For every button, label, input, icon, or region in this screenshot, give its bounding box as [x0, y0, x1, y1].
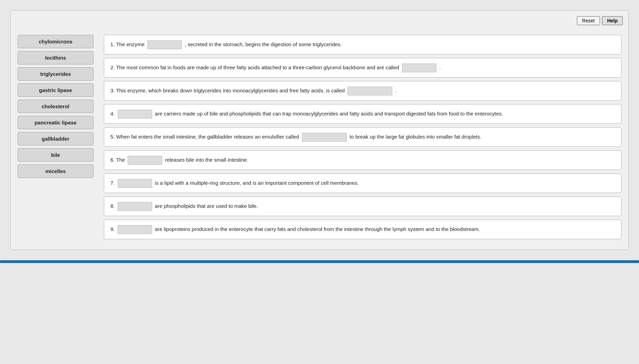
q1-label: 1. The enzyme: [110, 41, 146, 47]
q7-blank[interactable]: [118, 179, 152, 188]
bottom-bar: [0, 260, 639, 263]
word-tile-chylomicrons[interactable]: chylomicrons: [18, 35, 94, 48]
word-tile-gastric-lipase[interactable]: gastric lipase: [18, 83, 94, 97]
q4-blank[interactable]: [118, 110, 152, 119]
q2-blank[interactable]: [402, 63, 436, 72]
q1-text: , secreted in the stomach, begins the di…: [185, 41, 342, 47]
question-4: 4. are carriers made up of bile and phos…: [104, 104, 621, 124]
help-button[interactable]: Help: [602, 16, 623, 25]
q4-text: are carriers made up of bile and phospho…: [155, 111, 503, 117]
question-2: 2. The most common fat in foods are made…: [104, 58, 621, 78]
question-5: 5. When fat enters the small intestine, …: [104, 127, 621, 147]
q4-label: 4.: [110, 111, 116, 117]
q1-blank[interactable]: [147, 40, 182, 49]
q9-label: 9.: [110, 226, 116, 232]
q6-blank[interactable]: [128, 156, 162, 165]
q5-text-after: to break up the large fat globules into …: [350, 134, 481, 140]
word-tile-bile[interactable]: bile: [18, 148, 94, 162]
q9-text: are lipoproteins produced in the enteroc…: [155, 226, 480, 232]
reset-button[interactable]: Reset: [577, 16, 600, 25]
q3-text-before: 3. This enzyme, which breaks down trigly…: [110, 88, 346, 93]
q5-text-before: 5. When fat enters the small intestine, …: [110, 134, 301, 140]
main-container: Reset Help chylomicrons lecithins trigly…: [10, 10, 629, 250]
questions-area: 1. The enzyme , secreted in the stomach,…: [104, 35, 621, 239]
question-7: 7. is a lipid with a multiple-ring struc…: [104, 173, 621, 193]
q2-text-before: 2. The most common fat in foods are made…: [110, 64, 401, 70]
q6-text-before: 6. The: [110, 157, 126, 163]
q3-text-after: .: [395, 88, 397, 93]
q7-text: is a lipid with a multiple-ring structur…: [155, 180, 359, 186]
q6-text-after: releases bile into the small intestine.: [165, 157, 248, 163]
q5-blank[interactable]: [302, 133, 347, 142]
question-9: 9. are lipoproteins produced in the ente…: [104, 220, 621, 239]
q9-blank[interactable]: [118, 225, 152, 234]
word-tile-micelles[interactable]: micelles: [18, 164, 94, 178]
q2-text-after: .: [439, 64, 441, 70]
word-tile-gallbladder[interactable]: gallbladder: [18, 132, 94, 145]
word-tile-triglycerides[interactable]: triglycerides: [18, 67, 94, 81]
word-bank: chylomicrons lecithins triglycerides gas…: [18, 35, 94, 239]
q8-blank[interactable]: [118, 202, 152, 211]
top-buttons: Reset Help: [577, 16, 623, 25]
question-3: 3. This enzyme, which breaks down trigly…: [104, 81, 621, 101]
q8-text: are phospholipids that are used to make …: [155, 203, 258, 209]
q7-label: 7.: [110, 180, 116, 186]
q8-label: 8.: [110, 203, 116, 209]
word-tile-lecithins[interactable]: lecithins: [18, 51, 94, 64]
q3-blank[interactable]: [347, 87, 392, 95]
question-6: 6. The releases bile into the small inte…: [104, 150, 621, 170]
word-tile-cholesterol[interactable]: cholesterol: [18, 100, 94, 113]
question-8: 8. are phospholipids that are used to ma…: [104, 196, 621, 216]
question-1: 1. The enzyme , secreted in the stomach,…: [104, 35, 621, 54]
word-tile-pancreatic-lipase[interactable]: pancreatic lipase: [18, 116, 94, 129]
main-layout: chylomicrons lecithins triglycerides gas…: [18, 35, 621, 239]
